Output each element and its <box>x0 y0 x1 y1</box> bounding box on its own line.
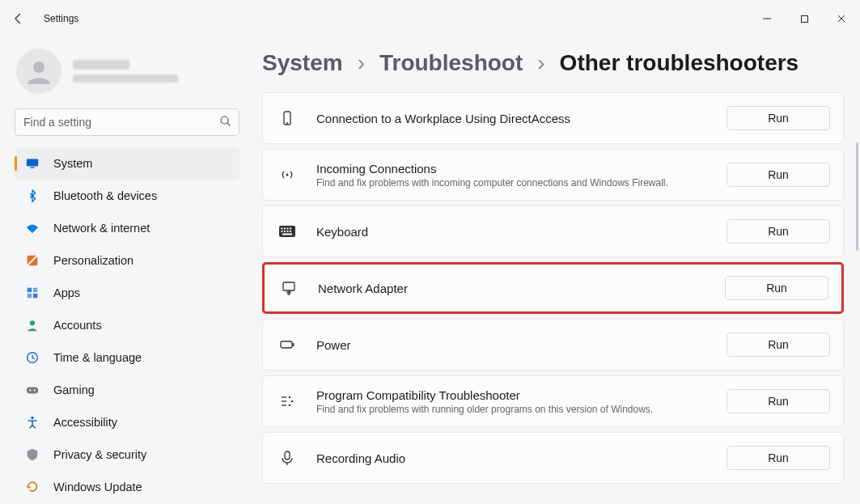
troubleshooter-card: Program Compatibility Troubleshooter Fin… <box>262 375 844 427</box>
run-button[interactable]: Run <box>727 446 830 470</box>
main-panel: System › Troubleshoot › Other troublesho… <box>252 37 860 504</box>
scrollbar[interactable] <box>856 142 858 251</box>
sidebar-item-system[interactable]: System <box>15 147 239 180</box>
phone-icon <box>276 110 299 126</box>
sidebar-item-label: Personalization <box>53 254 133 267</box>
svg-rect-12 <box>33 294 37 298</box>
back-button[interactable] <box>8 8 29 29</box>
svg-point-21 <box>286 174 289 176</box>
svg-point-16 <box>29 389 31 391</box>
svg-rect-10 <box>33 288 37 292</box>
card-title: Recording Audio <box>316 451 709 465</box>
svg-point-42 <box>291 400 293 402</box>
time-icon <box>24 349 40 366</box>
svg-rect-6 <box>30 167 34 168</box>
maximize-button[interactable] <box>786 6 823 32</box>
svg-point-18 <box>31 417 34 420</box>
sidebar-item-network[interactable]: Network & internet <box>15 212 239 244</box>
sidebar-item-apps[interactable]: Apps <box>15 277 239 309</box>
svg-rect-28 <box>284 231 286 232</box>
system-icon <box>24 155 40 172</box>
troubleshooter-card: Connection to a Workplace Using DirectAc… <box>262 92 844 144</box>
troubleshooter-card: Incoming Connections Find and fix proble… <box>262 149 844 201</box>
apps-icon <box>24 285 40 301</box>
svg-rect-30 <box>290 231 291 232</box>
card-title: Program Compatibility Troubleshooter <box>316 388 709 402</box>
svg-rect-15 <box>27 387 38 393</box>
minimize-button[interactable] <box>748 6 786 32</box>
sidebar-item-label: Accounts <box>53 319 102 332</box>
run-button[interactable]: Run <box>727 389 830 413</box>
sidebar-item-bluetooth[interactable]: Bluetooth & devices <box>15 180 239 212</box>
sidebar-item-label: Accessibility <box>53 416 117 429</box>
mic-icon <box>276 450 299 466</box>
breadcrumb: System › Troubleshoot › Other troublesho… <box>262 50 844 76</box>
privacy-icon <box>24 447 40 463</box>
sidebar: System Bluetooth & devices Network & int… <box>0 37 252 504</box>
card-desc: Find and fix problems with running older… <box>316 404 709 415</box>
svg-point-3 <box>221 116 228 124</box>
breadcrumb-system[interactable]: System <box>262 50 343 76</box>
gaming-icon <box>24 382 40 398</box>
svg-rect-11 <box>28 294 32 298</box>
sidebar-item-label: Time & language <box>53 351 142 364</box>
svg-line-4 <box>227 123 231 126</box>
run-button[interactable]: Run <box>727 106 830 130</box>
svg-rect-29 <box>287 231 289 232</box>
svg-rect-23 <box>282 228 283 230</box>
update-icon <box>24 479 40 495</box>
signal-icon <box>276 167 299 183</box>
chevron-right-icon: › <box>358 50 365 76</box>
window-controls <box>748 6 860 32</box>
breadcrumb-current: Other troubleshooters <box>560 50 799 76</box>
svg-rect-26 <box>290 228 291 230</box>
troubleshooter-card: Network Adapter Run <box>262 262 844 314</box>
troubleshooter-card: Keyboard Run <box>262 205 844 257</box>
titlebar: Settings <box>0 0 860 37</box>
svg-point-43 <box>289 404 290 406</box>
run-button[interactable]: Run <box>727 219 830 244</box>
troubleshooter-card: Recording Audio Run <box>262 432 844 484</box>
sidebar-item-update[interactable]: Windows Update <box>15 471 239 503</box>
sidebar-item-accessibility[interactable]: Accessibility <box>15 406 239 438</box>
svg-rect-5 <box>27 159 38 167</box>
profile-text <box>73 60 178 83</box>
personalization-icon <box>24 252 40 269</box>
svg-rect-1 <box>801 15 807 22</box>
battery-icon <box>276 337 299 353</box>
search-input[interactable] <box>15 108 239 136</box>
search-icon <box>219 115 231 129</box>
close-button[interactable] <box>823 6 860 32</box>
sidebar-item-gaming[interactable]: Gaming <box>15 374 239 406</box>
breadcrumb-troubleshoot[interactable]: Troubleshoot <box>379 50 523 76</box>
sidebar-item-time[interactable]: Time & language <box>15 341 239 374</box>
sidebar-item-label: Network & internet <box>53 222 150 235</box>
svg-point-2 <box>33 61 44 73</box>
network-icon <box>24 220 40 236</box>
card-title: Network Adapter <box>318 282 707 295</box>
svg-point-13 <box>30 320 35 325</box>
svg-rect-25 <box>287 228 289 230</box>
svg-rect-9 <box>28 288 32 292</box>
svg-rect-37 <box>293 343 294 346</box>
accounts-icon <box>24 317 40 333</box>
run-button[interactable]: Run <box>727 332 830 357</box>
svg-rect-27 <box>282 231 283 232</box>
run-button[interactable]: Run <box>725 276 828 300</box>
keyboard-icon <box>276 225 299 238</box>
troubleshooter-card: Power Run <box>262 319 844 371</box>
profile-block[interactable] <box>15 49 239 94</box>
run-button[interactable]: Run <box>727 163 830 187</box>
sidebar-item-label: Windows Update <box>53 481 142 493</box>
sidebar-item-accounts[interactable]: Accounts <box>15 309 239 341</box>
accessibility-icon <box>24 414 40 430</box>
svg-rect-44 <box>285 451 290 460</box>
svg-point-17 <box>34 389 36 391</box>
app-title: Settings <box>44 13 78 24</box>
svg-rect-24 <box>284 228 286 230</box>
sidebar-item-personalization[interactable]: Personalization <box>15 244 239 277</box>
sidebar-item-label: Apps <box>53 286 80 299</box>
card-title: Connection to a Workplace Using DirectAc… <box>316 112 709 125</box>
sidebar-item-privacy[interactable]: Privacy & security <box>15 438 239 471</box>
adapter-icon <box>277 280 300 296</box>
